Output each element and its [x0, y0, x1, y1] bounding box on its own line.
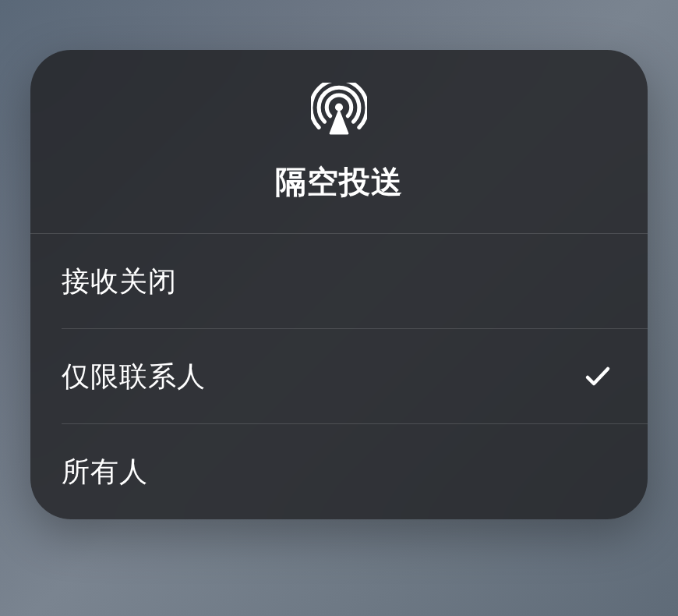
airdrop-settings-modal: 隔空投送 接收关闭 仅限联系人 所有人 — [30, 50, 648, 519]
option-label: 接收关闭 — [62, 263, 177, 301]
option-receiving-off[interactable]: 接收关闭 — [30, 234, 648, 329]
option-contacts-only[interactable]: 仅限联系人 — [30, 329, 648, 424]
option-label: 所有人 — [62, 453, 148, 491]
airdrop-icon — [311, 83, 367, 139]
modal-header: 隔空投送 — [30, 50, 648, 234]
checkmark-icon — [582, 361, 613, 392]
options-list: 接收关闭 仅限联系人 所有人 — [30, 234, 648, 519]
modal-title: 隔空投送 — [275, 161, 403, 204]
option-label: 仅限联系人 — [62, 358, 206, 396]
option-everyone[interactable]: 所有人 — [30, 424, 648, 519]
